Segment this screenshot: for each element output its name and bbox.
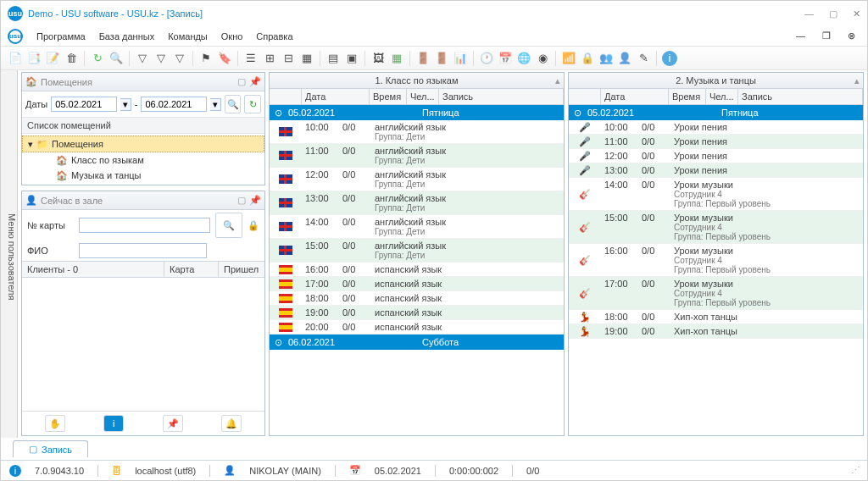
tool-bookmark-icon[interactable]: 🔖: [217, 51, 232, 66]
panel-new-window-icon[interactable]: ▢: [237, 195, 246, 206]
pin-icon[interactable]: 📌: [163, 415, 183, 432]
tool-rss-icon[interactable]: 📶: [561, 51, 576, 66]
bell-icon[interactable]: 🔔: [221, 415, 242, 432]
col-people[interactable]: Чел...: [706, 89, 738, 104]
col-date[interactable]: Дата: [601, 89, 669, 104]
date-row[interactable]: ⊙06.02.2021Суббота: [270, 334, 564, 350]
mdi-restore-button[interactable]: ❐: [817, 29, 836, 43]
tool-pencil-icon[interactable]: ✎: [636, 51, 651, 66]
tool-tree-icon[interactable]: ☰: [243, 51, 259, 66]
tree-root-rooms[interactable]: ▾ 📁 Помещения: [22, 135, 264, 152]
schedule-entry[interactable]: 🎤10:000/0Уроки пения: [569, 120, 863, 135]
clients-count-header[interactable]: Клиенты - 0: [22, 262, 164, 277]
fio-input[interactable]: [79, 243, 207, 258]
mdi-minimize-button[interactable]: —: [791, 29, 810, 43]
tool-clock-icon[interactable]: 🕐: [479, 51, 494, 66]
menu-help[interactable]: Справка: [251, 30, 298, 43]
schedule-entry[interactable]: 17:000/0испанский язык: [270, 277, 564, 291]
panel-new-window-icon[interactable]: ▢: [237, 76, 246, 87]
tool-delete-icon[interactable]: 🗑: [64, 51, 79, 66]
refresh-dates-button[interactable]: ↻: [244, 95, 261, 113]
date-to-input[interactable]: [141, 97, 207, 112]
close-button[interactable]: ✕: [853, 8, 860, 19]
collapse-icon[interactable]: ⊙: [569, 108, 586, 119]
tool-group-icon[interactable]: ▦: [299, 51, 314, 66]
tool-globe-icon[interactable]: 🌐: [516, 51, 531, 66]
date-from-dropdown[interactable]: ▾: [120, 98, 131, 111]
mdi-close-button[interactable]: ⊗: [843, 29, 860, 43]
date-row[interactable]: ⊙05.02.2021Пятница: [270, 105, 564, 120]
schedule-entry[interactable]: 16:000/0испанский язык: [270, 263, 564, 277]
arrived-column-header[interactable]: Пришел: [219, 262, 264, 277]
tool-filter-off-icon[interactable]: ▽: [153, 51, 169, 66]
col-record[interactable]: Запись: [439, 89, 564, 104]
schedule-entry[interactable]: 🎸17:000/0Уроки музыкиСотрудник 4Группа: …: [569, 277, 863, 310]
tool-chart-icon[interactable]: 📊: [453, 51, 468, 66]
tab-record[interactable]: ▢ Запись: [13, 440, 88, 457]
schedule-entry[interactable]: 18:000/0испанский язык: [270, 291, 564, 306]
schedule-entry[interactable]: 🎤11:000/0Уроки пения: [569, 135, 863, 149]
info-icon[interactable]: i: [103, 415, 124, 432]
tool-copy-icon[interactable]: 📑: [26, 51, 42, 66]
tool-lock-icon[interactable]: 🔒: [580, 51, 595, 66]
tool-info-icon[interactable]: i: [662, 51, 677, 66]
date-to-dropdown[interactable]: ▾: [210, 98, 220, 111]
schedule-entry[interactable]: 15:000/0английский языкГруппа: Дети: [270, 239, 564, 263]
col-date[interactable]: Дата: [302, 89, 370, 104]
card-input[interactable]: [79, 218, 210, 233]
minimize-button[interactable]: —: [804, 8, 814, 19]
card-column-header[interactable]: Карта: [164, 262, 219, 277]
tool-door-in-icon[interactable]: 🚪: [415, 51, 431, 66]
tool-search-icon[interactable]: 🔍: [108, 51, 124, 66]
date-from-input[interactable]: [51, 97, 117, 112]
schedule-entry[interactable]: 19:000/0испанский язык: [270, 306, 564, 320]
tool-user-icon[interactable]: 👤: [617, 51, 632, 66]
collapse-icon[interactable]: ⊙: [270, 108, 287, 119]
schedule-entry[interactable]: 🎸16:000/0Уроки музыкиСотрудник 4Группа: …: [569, 244, 863, 277]
col-time[interactable]: Время: [669, 89, 706, 104]
search-card-button[interactable]: 🔍: [215, 213, 242, 238]
tool-filter-icon[interactable]: ▽: [135, 51, 150, 66]
resize-grip-icon[interactable]: ⋰: [851, 465, 859, 476]
col-record[interactable]: Запись: [738, 89, 863, 104]
panel-pin-icon[interactable]: 📌: [249, 76, 261, 87]
tool-new-icon[interactable]: 📄: [8, 51, 23, 66]
tool-edit-icon[interactable]: 📝: [45, 51, 60, 66]
tree-item-music[interactable]: 🏠 Музыка и танцы: [22, 168, 264, 183]
col-people[interactable]: Чел...: [407, 89, 439, 104]
schedule-entry[interactable]: 🎸15:000/0Уроки музыкиСотрудник 4Группа: …: [569, 211, 863, 244]
tool-collapse-icon[interactable]: ⊟: [281, 51, 296, 66]
menu-commands[interactable]: Команды: [163, 30, 213, 43]
user-menu-tab[interactable]: Меню пользователя: [1, 70, 18, 438]
schedule-up-icon[interactable]: ▴: [854, 75, 860, 86]
panel-pin-icon[interactable]: 📌: [249, 195, 261, 206]
tool-refresh-icon[interactable]: ↻: [90, 51, 105, 66]
tool-filter-clear-icon[interactable]: ▽: [172, 51, 187, 66]
col-time[interactable]: Время: [370, 89, 407, 104]
menu-program[interactable]: Программа: [31, 30, 91, 43]
schedule-entry[interactable]: 🎤12:000/0Уроки пения: [569, 149, 863, 163]
tool-color-icon[interactable]: ◉: [535, 51, 550, 66]
tree-item-languages[interactable]: 🏠 Класс по языкам: [22, 152, 264, 168]
schedule-entry[interactable]: 14:000/0английский языкГруппа: Дети: [270, 215, 564, 239]
tool-columns-icon[interactable]: ▤: [326, 51, 341, 66]
tool-export-img-icon[interactable]: 🖼: [370, 51, 386, 66]
schedule-entry[interactable]: 🎸14:000/0Уроки музыкиСотрудник 4Группа: …: [569, 178, 863, 211]
schedule-up-icon[interactable]: ▴: [555, 75, 560, 86]
menu-database[interactable]: База данных: [94, 30, 160, 43]
tool-door-out-icon[interactable]: 🚪: [434, 51, 449, 66]
tool-calendar-icon[interactable]: 📅: [498, 51, 513, 66]
schedule-entry[interactable]: 💃19:000/0Хип-хоп танцы: [569, 324, 863, 339]
maximize-button[interactable]: ▢: [829, 8, 837, 19]
schedule-entry[interactable]: 💃18:000/0Хип-хоп танцы: [569, 310, 863, 324]
schedule-entry[interactable]: 20:000/0испанский язык: [270, 320, 564, 334]
schedule-entry[interactable]: 12:000/0английский языкГруппа: Дети: [270, 168, 564, 191]
tool-expand-icon[interactable]: ⊞: [262, 51, 277, 66]
tool-window-icon[interactable]: ▣: [344, 51, 359, 66]
collapse-icon[interactable]: ⊙: [270, 337, 287, 348]
search-dates-button[interactable]: 🔍: [225, 95, 242, 113]
lock-icon[interactable]: 🔒: [248, 220, 259, 231]
schedule-entry[interactable]: 13:000/0английский языкГруппа: Дети: [270, 191, 564, 215]
tool-users-icon[interactable]: 👥: [598, 51, 614, 66]
date-row[interactable]: ⊙05.02.2021Пятница: [569, 105, 863, 120]
